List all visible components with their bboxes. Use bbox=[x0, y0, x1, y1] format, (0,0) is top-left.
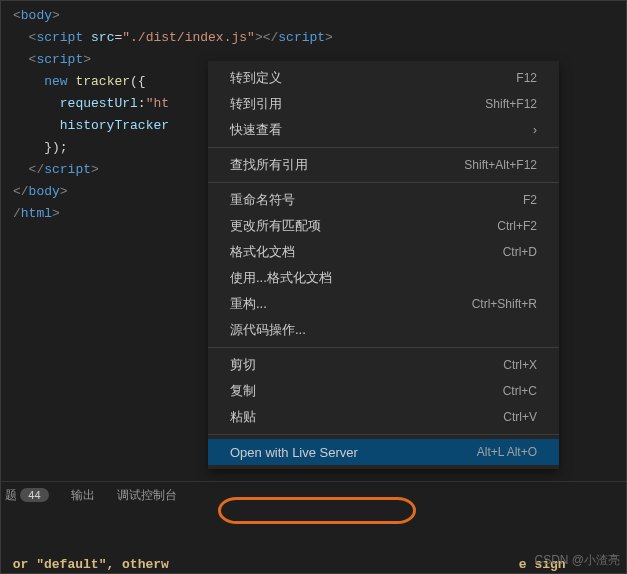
menu-item[interactable]: 快速查看› bbox=[208, 117, 559, 143]
terminal-output[interactable]: or "default", otherwe sign rollupjs.org/… bbox=[1, 509, 626, 573]
menu-item-shortcut: Ctrl+F2 bbox=[497, 219, 537, 233]
menu-item-shortcut: Shift+Alt+F12 bbox=[464, 158, 537, 172]
menu-item-label: 复制 bbox=[230, 382, 256, 400]
menu-item-label: 剪切 bbox=[230, 356, 256, 374]
menu-item-label: 转到定义 bbox=[230, 69, 282, 87]
menu-item[interactable]: 源代码操作... bbox=[208, 317, 559, 343]
tab-output[interactable]: 输出 bbox=[71, 487, 95, 504]
menu-item-label: 使用...格式化文档 bbox=[230, 269, 332, 287]
menu-item-label: 粘贴 bbox=[230, 408, 256, 426]
menu-separator bbox=[208, 347, 559, 348]
menu-item-label: 重构... bbox=[230, 295, 267, 313]
menu-item-shortcut: Ctrl+Shift+R bbox=[472, 297, 537, 311]
menu-item-label: 快速查看 bbox=[230, 121, 282, 139]
tab-debug-console[interactable]: 调试控制台 bbox=[117, 487, 177, 504]
menu-item-shortcut: Ctrl+D bbox=[503, 245, 537, 259]
menu-item[interactable]: Open with Live ServerAlt+L Alt+O bbox=[208, 439, 559, 465]
terminal-line: or "default", otherwe sign bbox=[5, 555, 622, 574]
menu-item[interactable]: 重构...Ctrl+Shift+R bbox=[208, 291, 559, 317]
menu-item[interactable]: 查找所有引用Shift+Alt+F12 bbox=[208, 152, 559, 178]
menu-item-shortcut: F12 bbox=[516, 71, 537, 85]
menu-item-label: 转到引用 bbox=[230, 95, 282, 113]
menu-item[interactable]: 更改所有匹配项Ctrl+F2 bbox=[208, 213, 559, 239]
tab-problems[interactable]: 题 44 bbox=[5, 487, 49, 504]
menu-item-shortcut: Ctrl+V bbox=[503, 410, 537, 424]
menu-separator bbox=[208, 182, 559, 183]
chevron-right-icon: › bbox=[533, 123, 537, 137]
menu-item[interactable]: 转到定义F12 bbox=[208, 65, 559, 91]
menu-separator bbox=[208, 147, 559, 148]
menu-item-shortcut: Ctrl+C bbox=[503, 384, 537, 398]
menu-item-label: 更改所有匹配项 bbox=[230, 217, 321, 235]
menu-item-shortcut: F2 bbox=[523, 193, 537, 207]
menu-item[interactable]: 格式化文档Ctrl+D bbox=[208, 239, 559, 265]
menu-item-label: 查找所有引用 bbox=[230, 156, 308, 174]
menu-item-shortcut: Alt+L Alt+O bbox=[477, 445, 537, 459]
problems-count-badge: 44 bbox=[20, 488, 48, 502]
context-menu: 转到定义F12转到引用Shift+F12快速查看›查找所有引用Shift+Alt… bbox=[208, 61, 559, 469]
menu-item-shortcut: Shift+F12 bbox=[485, 97, 537, 111]
menu-item-label: 重命名符号 bbox=[230, 191, 295, 209]
menu-item[interactable]: 重命名符号F2 bbox=[208, 187, 559, 213]
menu-item[interactable]: 复制Ctrl+C bbox=[208, 378, 559, 404]
menu-item-label: 格式化文档 bbox=[230, 243, 295, 261]
menu-separator bbox=[208, 434, 559, 435]
menu-item-shortcut: Ctrl+X bbox=[503, 358, 537, 372]
code-line: <script src="./dist/index.js"></script> bbox=[13, 27, 626, 49]
menu-item[interactable]: 剪切Ctrl+X bbox=[208, 352, 559, 378]
watermark: CSDN @小渣亮 bbox=[534, 552, 620, 569]
code-line: <body> bbox=[13, 5, 626, 27]
menu-item-label: Open with Live Server bbox=[230, 445, 358, 460]
menu-item[interactable]: 使用...格式化文档 bbox=[208, 265, 559, 291]
menu-item-label: 源代码操作... bbox=[230, 321, 306, 339]
menu-item[interactable]: 粘贴Ctrl+V bbox=[208, 404, 559, 430]
panel-tabs: 题 44 输出 调试控制台 bbox=[1, 481, 626, 509]
menu-item[interactable]: 转到引用Shift+F12 bbox=[208, 91, 559, 117]
